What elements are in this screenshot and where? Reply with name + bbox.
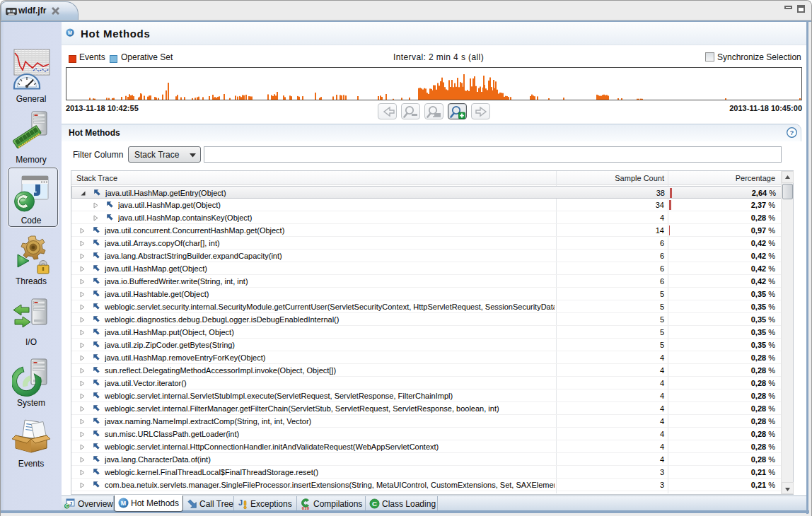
svg-text:C: C [372, 500, 377, 508]
svg-text:010: 010 [302, 505, 310, 510]
svg-text:M: M [68, 30, 72, 36]
svg-text:J: J [69, 500, 72, 507]
svg-text:M: M [121, 500, 126, 507]
svg-text:?: ? [790, 129, 794, 136]
svg-text:J: J [238, 498, 243, 507]
svg-text:C: C [65, 503, 69, 508]
